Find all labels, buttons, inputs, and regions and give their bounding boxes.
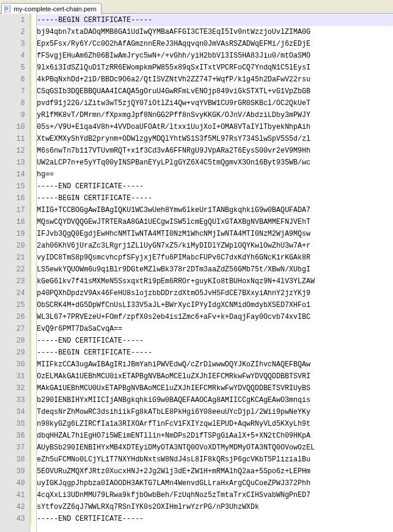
code-line[interactable]: 2ah06KhV6jUraZc3LRgrj1ZLlUyGN7xZ5/kiMyDI… (37, 240, 393, 252)
line-number: 23 (0, 276, 30, 287)
line-number: 34 (0, 406, 30, 418)
code-line[interactable]: fFSvgjEHuAm6Zh06BIwAmJryc5wN+/+vGhh/yiH2… (37, 50, 393, 62)
line-number: 12 (0, 145, 30, 157)
code-line[interactable]: -----BEGIN CERTIFICATE----- (37, 192, 393, 204)
code-line[interactable]: IFJvb3QgQ0EgdjEwHhcNMTIwNTA4MTI0NzM1WhcN… (37, 228, 393, 240)
code-line[interactable]: UW2aLCP7n+e5yYTq00yINSPBanEYyLPlgGYZ6X4C… (37, 157, 393, 169)
line-number: 22 (0, 264, 30, 276)
line-number: 11 (0, 133, 30, 145)
code-line[interactable]: M6s6nwTn7b117VTUvmRQT+x1f3Cd3vA6FFNRgU9J… (37, 145, 393, 157)
change-marker (30, 85, 36, 97)
code-line[interactable]: LS5ewkYQUOWm6u9qiBlr9DGteMZlwBk378r2DTm3… (37, 264, 393, 276)
code-line[interactable]: TdeqsNrZhMowRC3dsihiikFg8kATbLE8PkHgi6Y0… (37, 406, 393, 418)
code-line[interactable]: b290IENBIHYxMIICIjANBgkqhkiG9w0BAQEFAAOC… (37, 394, 393, 406)
line-number: 20 (0, 240, 30, 252)
line-number: 41 (0, 489, 30, 501)
code-line[interactable]: uyIGKJqgpJhpbza0IAOODH3AKTG7LAMn4WenvdGL… (37, 477, 393, 489)
tab-filename: my-complete-cert-chain.pem (14, 5, 96, 12)
code-line[interactable]: MAkGA1UEBhMCU0UxETAPBgNVBAoMCEluZXJhIEFC… (37, 382, 393, 394)
code-line[interactable]: EvQ9r6PMT7DaSaCvqA== (37, 323, 393, 335)
change-marker (30, 168, 36, 180)
line-number: 1 (0, 14, 30, 26)
line-number: 36 (0, 430, 30, 442)
code-line[interactable]: MIIG+TCCBOGgAwIBAgIQKU1WC3wUeh8Ymw6lkeUr… (37, 204, 393, 216)
change-marker (30, 406, 36, 417)
code-line[interactable]: -----END CERTIFICATE----- (37, 180, 393, 192)
line-number: 24 (0, 287, 30, 299)
code-line[interactable]: Epx5Fsx/Ry6Y/Cc0O2hAfAGmznnEReJ3HAqqvqn0… (37, 38, 393, 50)
svg-rect-2 (5, 8, 8, 9)
change-marker (30, 299, 36, 311)
change-marker (30, 429, 36, 441)
change-marker (30, 61, 36, 73)
code-line[interactable]: 05s+/V9U+E1qa4V8h+4VVDoaUFOAtR/ltxx1UujX… (37, 121, 393, 133)
change-marker (30, 477, 36, 489)
change-marker (30, 370, 36, 382)
code-line[interactable]: 5EOVURuZMQXfJRtz0XucxHNJ+2Jg2Wlj3dE+ZW1H… (37, 466, 393, 477)
code-line[interactable]: -----END CERTIFICATE----- (37, 335, 393, 347)
line-number: 35 (0, 418, 30, 430)
line-number: 9 (0, 109, 30, 121)
code-line[interactable]: pvdf91j22G/iZitw3wT5zjQY07iOtlZi4Qw+vqYV… (37, 97, 393, 109)
code-line[interactable]: p40PQXhDpdzV9Ax46FeHU8slojzbbDDrzdXtmO5J… (37, 287, 393, 299)
change-marker (30, 311, 36, 322)
line-number: 39 (0, 466, 30, 477)
code-line[interactable]: hg== (37, 169, 393, 180)
code-line[interactable]: dbqHHZAL7hiEgHO7i5WEimENTllin+NmDPs2DifT… (37, 430, 393, 442)
code-line[interactable]: ObSCRK4M+dG5DpWfCnUsLI33V5aJL+BWrXycIPYy… (37, 299, 393, 311)
change-marker (30, 121, 36, 132)
line-number: 10 (0, 121, 30, 133)
code-line[interactable]: -----END CERTIFICATE----- (37, 513, 393, 525)
code-line[interactable]: vyIDC8TmS8p9QsmcvhcpfSFyjxjE7fu6PIMabcFU… (37, 252, 393, 264)
line-number: 30 (0, 359, 30, 370)
change-marker (30, 346, 36, 358)
line-number-gutter: 1234567891011121314151617181920212223242… (0, 14, 30, 532)
code-line[interactable]: -----BEGIN CERTIFICATE----- (37, 347, 393, 359)
change-marker (30, 37, 36, 49)
change-marker (30, 239, 36, 251)
code-line[interactable]: -----BEGIN CERTIFICATE----- (37, 14, 393, 26)
code-line[interactable]: yRlfMK8vT/DMrmn/fXpxmgJpf8NnGG2Pff8nSvyK… (37, 109, 393, 121)
code-line[interactable]: bj94qbn7xtaDAOqMMB8GA1UdIwQYMBaAFFGI3CTE… (37, 26, 393, 38)
change-marker (30, 180, 36, 192)
code-line[interactable]: 4cqXxLi3UDnMMU79LRwa9kfjbOwbBeh/FzUqhNoz… (37, 489, 393, 501)
change-marker (30, 109, 36, 121)
tab-bar: my-complete-cert-chain.pem (0, 0, 393, 14)
change-marker (30, 144, 36, 156)
code-line[interactable]: 9lx6i3IdSZlQuD1TzRR6EWompkmPW855x89qSxIT… (37, 62, 393, 74)
code-line[interactable]: WL3L67+7PRVEzeU+FOmf/zpfX0s2eb4is1Zmc6+a… (37, 311, 393, 323)
code-line[interactable]: sYtfovZZ6qJ7WWLRXq7RSnIYK0s2OXIHmlrwYzrP… (37, 501, 393, 513)
change-marker (30, 417, 36, 429)
change-marker (30, 322, 36, 334)
line-number: 37 (0, 442, 30, 454)
change-marker (30, 156, 36, 168)
change-marker (30, 275, 36, 287)
change-marker (30, 287, 36, 299)
code-line[interactable]: OzELMAkGA1UEBhMCU0ixETAPBgNVBAoMCEluZXJh… (37, 370, 393, 382)
line-number: 29 (0, 347, 30, 359)
line-number: 32 (0, 382, 30, 394)
code-line[interactable]: XtwEXMXyShYdB2prynm+ODWlzgyMDQlYhtWS1S3f… (37, 133, 393, 145)
change-marker (30, 204, 36, 216)
change-marker (30, 501, 36, 512)
change-marker (30, 382, 36, 394)
change-marker (30, 132, 36, 144)
code-area[interactable]: -----BEGIN CERTIFICATE-----bj94qbn7xtaDA… (37, 14, 393, 532)
change-marker (30, 49, 36, 61)
change-marker (30, 263, 36, 275)
change-marker (30, 465, 36, 477)
line-number: 27 (0, 323, 30, 335)
code-line[interactable]: CSqGSIb3DQEBBQUAA4ICAQA5gOruU4GwRFmLvENO… (37, 86, 393, 97)
line-number: 25 (0, 299, 30, 311)
change-marker (30, 73, 36, 85)
code-line[interactable]: kGeG6lkv7f41sMXMeN5SsxqxtRi9pEm6RROr+guy… (37, 276, 393, 287)
change-marker (30, 216, 36, 227)
file-tab[interactable]: my-complete-cert-chain.pem (1, 3, 102, 14)
code-line[interactable]: MIIFkzCCA3ugAwIBAgIRiJBmYahiPWVEdwQ/cZrD… (37, 359, 393, 370)
code-line[interactable]: 4kPBqNxhDd+2iD/BBDc9O6a2/QtISVZNtVh2ZZ74… (37, 74, 393, 86)
line-number: 3 (0, 38, 30, 50)
code-line[interactable]: AUyBSb290IENBIHYxMB4XDTEyiDMyOTA3NTQ0OVo… (37, 442, 393, 454)
code-line[interactable]: n98kyGZg6LZIRCfIa1a3RIXOArfTinFcV1FXIYzq… (37, 418, 393, 430)
code-line[interactable]: MQswCQYDVQQGEwJTRTERaA8GA1UECgwISW5lcmEg… (37, 216, 393, 228)
code-line[interactable]: eZh5uFCMNo0LCjYL1T7NXYHdbNxtsW8NdJ4sL8IF… (37, 454, 393, 466)
